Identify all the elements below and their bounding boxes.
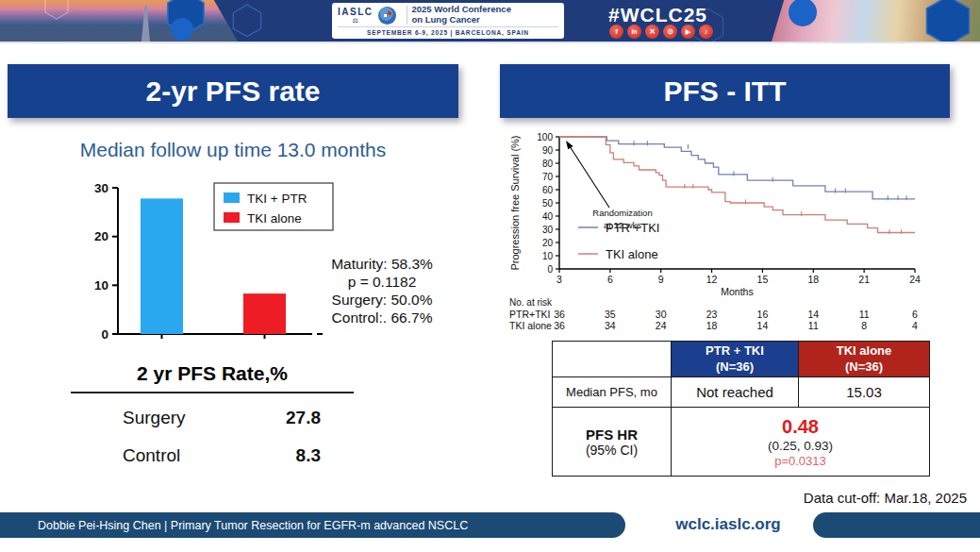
svg-text:23: 23 — [706, 309, 718, 320]
iaslc-logo: IASLC ⚖ — [338, 8, 374, 24]
rate-row-surgery-value: 27.8 — [286, 408, 321, 428]
km-curve-PTR +TKI — [559, 137, 915, 199]
conference-header: IASLC ⚖ 2025 World Conference on Lung Ca… — [0, 0, 980, 43]
table-row: PTR + TKI (N=36) TKI alone (N=36) — [553, 342, 930, 377]
right-panel-title-banner: PFS - ITT — [500, 64, 950, 118]
left-panel-2yr-pfs: 2-yr PFS rate Median follow up time 13.0… — [8, 64, 458, 466]
iaslc-emblem-icon: ⚖ — [353, 17, 358, 24]
svg-text:60: 60 — [542, 185, 554, 195]
table-row: Median PFS, mo Not reached 15.03 — [553, 377, 930, 408]
conference-title-line2: on Lung Cancer — [412, 15, 511, 25]
svg-text:14: 14 — [757, 320, 769, 331]
median-pfs-label: Median PFS, mo — [553, 377, 672, 408]
svg-text:24: 24 — [909, 274, 921, 285]
svg-text:8: 8 — [861, 320, 867, 331]
table-row: PFS HR (95% CI) 0.48 (0.25, 0.93) p=0.03… — [553, 408, 930, 477]
instagram-icon[interactable]: ⊙ — [663, 25, 677, 39]
podcast-icon[interactable]: ♪ — [699, 25, 713, 39]
median-pfs-ptr-tki: Not reached — [672, 377, 799, 408]
x-twitter-icon[interactable]: ✕ — [645, 25, 659, 39]
col-tki-alone-n: (N=36) — [799, 360, 929, 375]
svg-text:6: 6 — [912, 309, 918, 320]
stat-control: Control:. 66.7% — [321, 309, 443, 326]
rate-row-control-value: 8.3 — [296, 445, 321, 466]
pfs-results-table: PTR + TKI (N=36) TKI alone (N=36) Median… — [552, 341, 930, 477]
rate-table-title: 2 yr PFS Rate,% — [71, 362, 354, 385]
rate-table-rule — [71, 392, 354, 393]
facebook-icon[interactable]: f — [609, 25, 623, 39]
rate-row-control-label: Control — [123, 445, 180, 466]
svg-text:TKI alone: TKI alone — [606, 247, 658, 261]
youtube-icon[interactable]: ▶ — [681, 25, 695, 39]
median-followup-subtitle: Median follow up time 13.0 months — [8, 139, 458, 161]
svg-text:18: 18 — [807, 274, 819, 285]
svg-text:0: 0 — [547, 264, 553, 275]
svg-text:100: 100 — [537, 132, 553, 142]
svg-text:30: 30 — [656, 309, 667, 320]
risk-table-label: No. at risk — [509, 297, 553, 308]
km-x-axis-label: Months — [721, 286, 753, 297]
pfs-hr-label-cell: PFS HR (95% CI) — [553, 408, 672, 477]
svg-text:30: 30 — [542, 225, 554, 235]
hashtag-wclc25: #WCLC25 — [608, 4, 707, 26]
pfs-hr-value-cell: 0.48 (0.25, 0.93) p=0.0313 — [672, 408, 930, 477]
svg-text:10: 10 — [542, 251, 554, 261]
svg-text:35: 35 — [605, 309, 616, 320]
conference-title: 2025 World Conference on Lung Cancer — [412, 5, 511, 25]
globe-icon — [378, 7, 396, 25]
stat-surgery: Surgery: 50.0% — [321, 291, 443, 309]
logo-divider — [407, 6, 407, 25]
svg-text:TKI + PTR: TKI + PTR — [247, 192, 307, 206]
svg-text:TKI alone: TKI alone — [247, 211, 302, 226]
table-row: Control 8.3 — [71, 445, 354, 466]
svg-text:11: 11 — [859, 309, 870, 320]
tower-silhouette — [141, 6, 150, 42]
km-y-axis-label: Progression free Survival (%) — [509, 135, 521, 270]
footer-credit-bar: Dobbie Pei-Hsing Chen | Primary Tumor Re… — [0, 512, 625, 538]
conference-dates: SEPTEMBER 6-9, 2025 | BARCELONA, SPAIN — [338, 26, 558, 36]
svg-text:30: 30 — [94, 181, 108, 195]
svg-text:40: 40 — [542, 211, 554, 222]
km-curve-TKI alone — [559, 137, 915, 233]
linkedin-icon[interactable]: in — [627, 25, 641, 39]
svg-text:15: 15 — [757, 274, 769, 285]
svg-text:21: 21 — [858, 274, 870, 285]
pfs-hr-ci-label: (95% CI) — [553, 443, 671, 458]
rate-table: 2 yr PFS Rate,% Surgery 27.8 Control 8.3 — [71, 362, 354, 466]
results-header-ptr-tki: PTR + TKI (N=36) — [672, 342, 799, 377]
svg-text:36: 36 — [554, 309, 565, 320]
svg-text:TKI alone: TKI alone — [509, 320, 552, 331]
bar-TKI alone — [243, 293, 286, 334]
svg-text:11: 11 — [808, 320, 819, 331]
results-empty-cell — [553, 342, 672, 377]
svg-text:4: 4 — [912, 320, 918, 331]
results-header-tki-alone: TKI alone (N=36) — [799, 342, 930, 377]
hr-ci-value: (0.25, 0.93) — [672, 439, 929, 453]
col-ptr-tki-n: (N=36) — [672, 360, 798, 375]
wclc-logo: IASLC ⚖ 2025 World Conference on Lung Ca… — [332, 3, 564, 39]
col-tki-alone-title: TKI alone — [799, 343, 929, 359]
hr-value: 0.48 — [672, 416, 929, 438]
footer-site-link[interactable]: wclc.iaslc.org — [653, 515, 804, 534]
svg-text:12: 12 — [706, 274, 718, 285]
km-annotation: at 12 wks — [604, 220, 641, 230]
svg-text:3: 3 — [556, 274, 562, 285]
svg-text:34: 34 — [605, 320, 616, 331]
svg-text:9: 9 — [658, 274, 664, 285]
svg-text:80: 80 — [542, 159, 554, 169]
left-panel-title: 2-yr PFS rate — [145, 75, 320, 108]
kaplan-meier-chart: 01020304050607080901003691215182124Progr… — [507, 126, 943, 336]
svg-text:36: 36 — [554, 320, 565, 331]
right-panel-pfs-itt: PFS - ITT 010203040506070809010036912151… — [500, 64, 950, 477]
bar-chart-area: 0102030TKI + PTRTKI alone Maturity: 58.3… — [8, 181, 458, 351]
social-icons: f in ✕ ⊙ ▶ ♪ — [609, 25, 713, 39]
svg-text:50: 50 — [542, 198, 554, 209]
svg-text:20: 20 — [94, 229, 108, 243]
stat-pvalue: p = 0.1182 — [321, 273, 443, 291]
stats-block: Maturity: 58.3% p = 0.1182 Surgery: 50.0… — [321, 255, 443, 326]
km-annotation: Randomization — [592, 208, 652, 218]
rate-row-surgery-label: Surgery — [123, 408, 186, 428]
stat-maturity: Maturity: 58.3% — [321, 255, 443, 273]
hr-p-value: p=0.0313 — [672, 454, 929, 468]
table-row: Surgery 27.8 — [71, 408, 354, 428]
